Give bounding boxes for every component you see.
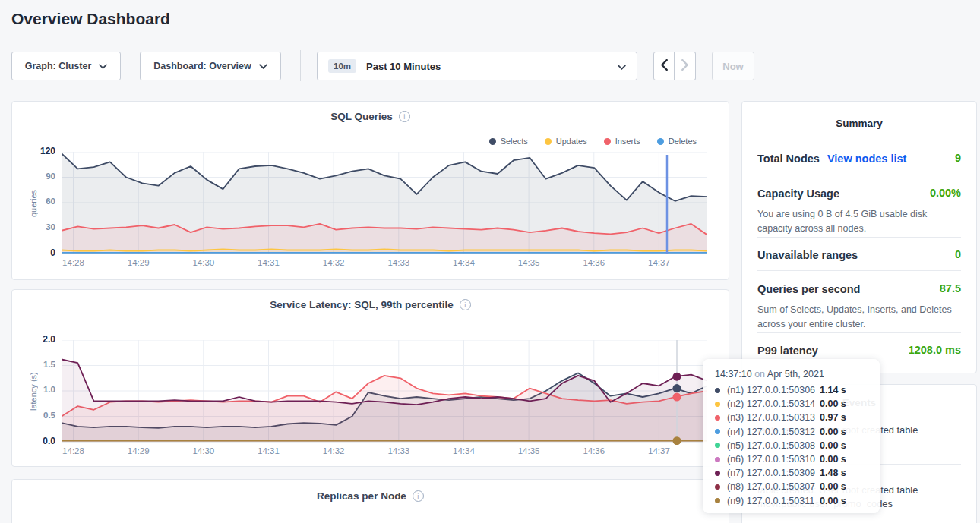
service-latency-chart[interactable]: [62, 340, 709, 446]
unavailable-ranges-row: Unavailable ranges 0: [757, 248, 961, 262]
p99-latency-row: P99 latency 1208.0 ms: [757, 344, 961, 358]
time-nav-buttons: [653, 52, 696, 80]
y-tick-label: 1.5: [12, 360, 55, 369]
controls-divider: [300, 50, 301, 81]
unavailable-ranges-label: Unavailable ranges: [757, 249, 858, 261]
tooltip-conj: on: [754, 369, 765, 380]
y-tick-label: 0.5: [12, 411, 55, 420]
p99-latency-value: 1208.0 ms: [909, 344, 961, 356]
capacity-usage-label: Capacity Usage: [757, 187, 839, 200]
node-value: 0.00 s: [820, 454, 846, 465]
time-prev-button[interactable]: [653, 52, 675, 80]
divider: [757, 270, 961, 271]
divider: [757, 332, 961, 333]
y-tick-label: 60: [12, 197, 55, 206]
y-tick-label: 30: [12, 222, 55, 232]
graph-dropdown[interactable]: Graph: Cluster: [11, 52, 121, 80]
tooltip-node-row: (n6) 127.0.0.1:503100.00 s: [715, 452, 868, 466]
node-color-dot: [715, 471, 720, 476]
node-color-dot: [715, 498, 720, 503]
node-address: (n8) 127.0.0.1:50307: [727, 481, 820, 492]
x-tick-label: 14:30: [185, 446, 222, 455]
x-axis-ticks: 14:2814:2914:3014:3114:3214:3314:3414:35…: [62, 258, 722, 270]
replicas-per-node-panel: Replicas per Node i: [11, 479, 729, 523]
node-value: 0.97 s: [820, 412, 846, 423]
chevron-down-icon: [259, 61, 267, 71]
y-axis-ticks: 1209060300: [12, 152, 55, 254]
x-tick-label: 14:31: [250, 446, 286, 455]
tooltip-time: 14:37:10: [715, 369, 752, 380]
x-tick-label: 14:29: [120, 258, 156, 267]
info-icon[interactable]: i: [460, 299, 471, 310]
legend-dot: [604, 138, 611, 145]
x-axis-ticks: 14:2814:2914:3014:3114:3214:3314:3414:35…: [62, 446, 722, 458]
y-tick-label: 120: [12, 146, 55, 156]
queries-per-second-value: 87.5: [940, 282, 961, 295]
tooltip-node-row: (n8) 127.0.0.1:503070.00 s: [715, 480, 868, 493]
x-tick-label: 14:34: [445, 446, 482, 455]
x-tick-label: 14:28: [55, 258, 92, 267]
queries-per-second-row: Queries per second 87.5 Sum of Selects, …: [757, 282, 961, 332]
y-tick-label: 0.0: [12, 436, 55, 446]
y-tick-label: 0: [12, 247, 55, 258]
summary-panel: Summary Total NodesView nodes list 9 Cap…: [741, 101, 977, 373]
x-tick-label: 14:29: [120, 446, 156, 455]
node-value: 1.14 s: [820, 385, 846, 395]
x-tick-label: 14:33: [381, 446, 417, 455]
chevron-down-icon: [618, 61, 626, 72]
node-value: 1.48 s: [820, 468, 846, 478]
node-address: (n1) 127.0.0.1:50306: [727, 385, 820, 395]
node-address: (n2) 127.0.0.1:50314: [727, 399, 820, 409]
x-tick-label: 14:37: [640, 446, 677, 455]
info-icon[interactable]: i: [413, 490, 424, 502]
sql-queries-legend: SelectsUpdatesInsertsDeletes: [489, 137, 697, 146]
x-tick-label: 14:36: [576, 258, 612, 267]
queries-per-second-label: Queries per second: [757, 283, 860, 295]
divider: [757, 175, 961, 175]
node-color-dot: [715, 443, 720, 448]
tooltip-timestamp: 14:37:10 on Apr 5th, 2021: [715, 369, 868, 380]
time-next-button[interactable]: [675, 52, 696, 80]
info-icon[interactable]: i: [399, 111, 410, 122]
tooltip-node-rows: (n1) 127.0.0.1:503061.14 s(n2) 127.0.0.1…: [715, 383, 868, 508]
y-axis-ticks: 2.01.51.00.50.0: [12, 340, 55, 443]
tooltip-node-row: (n5) 127.0.0.1:503080.00 s: [715, 439, 868, 452]
dashboard-dropdown[interactable]: Dashboard: Overview: [140, 52, 281, 80]
chart-title: Replicas per Node: [317, 490, 406, 502]
node-address: (n9) 127.0.0.1:50311: [727, 496, 820, 506]
node-color-dot: [715, 415, 720, 421]
legend-item-inserts[interactable]: Inserts: [604, 137, 640, 146]
tooltip-node-row: (n4) 127.0.0.1:503120.00 s: [715, 425, 868, 439]
node-address: (n7) 127.0.0.1:50309: [727, 468, 820, 478]
chevron-left-icon: [661, 59, 668, 73]
legend-item-selects[interactable]: Selects: [489, 137, 528, 146]
x-tick-label: 14:34: [445, 258, 482, 267]
tooltip-date: Apr 5th, 2021: [767, 369, 824, 380]
capacity-usage-subtext: You are using 0 B of 4.5 GiB usable disk…: [757, 207, 964, 236]
legend-dot: [657, 138, 664, 145]
sql-queries-panel: SQL Queries i SelectsUpdatesInsertsDelet…: [11, 101, 729, 280]
total-nodes-row: Total NodesView nodes list 9: [757, 152, 961, 165]
node-value: 0.00 s: [820, 427, 846, 437]
legend-item-deletes[interactable]: Deletes: [657, 137, 697, 146]
x-tick-label: 14:35: [511, 446, 547, 455]
y-tick-label: 1.0: [12, 385, 55, 394]
time-range-selector[interactable]: 10m Past 10 Minutes: [317, 52, 637, 80]
legend-item-updates[interactable]: Updates: [545, 137, 587, 146]
chevron-right-icon: [681, 59, 688, 73]
service-latency-title-row: Service Latency: SQL, 99th percentile i: [12, 299, 729, 310]
service-latency-panel: Service Latency: SQL, 99th percentile i …: [11, 289, 729, 467]
summary-title: Summary: [742, 118, 976, 129]
x-tick-label: 14:37: [640, 258, 677, 267]
sql-queries-chart[interactable]: [62, 152, 709, 258]
now-button[interactable]: Now: [712, 52, 754, 80]
time-range-label: Past 10 Minutes: [366, 61, 441, 72]
legend-dot: [545, 138, 552, 145]
graph-dropdown-label: Graph: Cluster: [25, 61, 92, 71]
time-range-badge: 10m: [328, 59, 356, 73]
view-nodes-list-link[interactable]: View nodes list: [827, 153, 907, 165]
node-color-dot: [715, 388, 720, 393]
tooltip-node-row: (n3) 127.0.0.1:503130.97 s: [715, 411, 868, 424]
node-value: 0.00 s: [820, 440, 846, 451]
x-tick-label: 14:31: [250, 258, 286, 267]
